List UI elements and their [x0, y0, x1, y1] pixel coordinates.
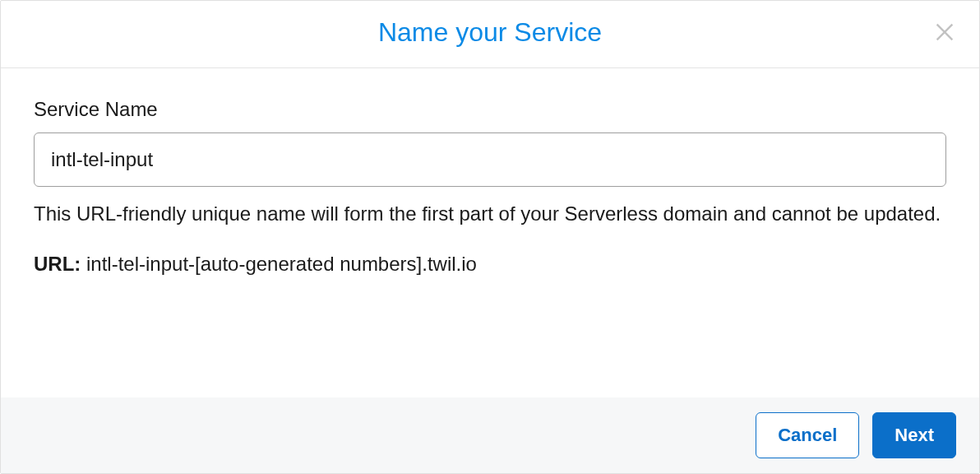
- close-icon[interactable]: [933, 21, 956, 44]
- modal-header: Name your Service: [1, 1, 979, 68]
- url-value: intl-tel-input-[auto-generated numbers].…: [86, 253, 477, 275]
- service-name-input[interactable]: [34, 132, 946, 187]
- modal-footer: Cancel Next: [1, 397, 979, 473]
- url-label: URL:: [34, 253, 81, 275]
- service-name-label: Service Name: [34, 98, 946, 121]
- cancel-button[interactable]: Cancel: [756, 412, 859, 458]
- url-preview: URL: intl-tel-input-[auto-generated numb…: [34, 253, 946, 276]
- modal-body: Service Name This URL-friendly unique na…: [1, 68, 979, 397]
- next-button[interactable]: Next: [872, 412, 956, 458]
- service-name-help-text: This URL-friendly unique name will form …: [34, 198, 946, 230]
- name-service-modal: Name your Service Service Name This URL-…: [0, 0, 980, 474]
- modal-title: Name your Service: [34, 17, 946, 48]
